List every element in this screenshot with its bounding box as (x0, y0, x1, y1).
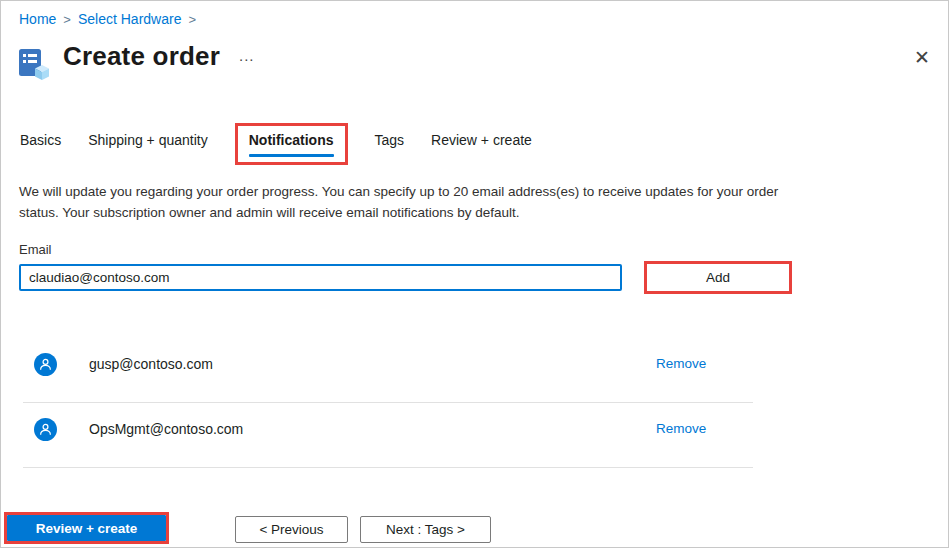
more-options-icon[interactable]: ... (239, 47, 255, 64)
remove-link[interactable]: Remove (656, 421, 706, 436)
active-tab-underline (249, 154, 334, 157)
email-address: OpsMgmt@contoso.com (89, 421, 243, 437)
next-tags-button[interactable]: Next : Tags > (360, 516, 491, 543)
page-title: Create order (63, 41, 220, 72)
tab-basics[interactable]: Basics (20, 123, 61, 148)
breadcrumb-home[interactable]: Home (19, 11, 56, 27)
list-divider (23, 467, 753, 468)
create-order-icon (15, 47, 51, 83)
review-create-button[interactable]: Review + create (7, 515, 166, 541)
user-avatar-icon (34, 418, 57, 441)
breadcrumb-select-hardware[interactable]: Select Hardware (78, 11, 182, 27)
review-create-annotation: Review + create (4, 512, 169, 544)
email-address: gusp@contoso.com (89, 356, 213, 372)
notifications-description: We will update you regarding your order … (19, 181, 797, 223)
close-icon[interactable]: ✕ (908, 45, 936, 71)
breadcrumb: Home>Select Hardware> (19, 11, 203, 27)
add-button-annotation: Add (644, 261, 792, 294)
tab-tags[interactable]: Tags (375, 123, 405, 148)
email-list-item: OpsMgmt@contoso.com Remove (1, 408, 949, 452)
tab-bar: Basics Shipping + quantity Notifications… (20, 123, 532, 165)
email-input[interactable] (19, 264, 622, 291)
previous-button[interactable]: < Previous (235, 516, 348, 543)
create-order-pane: Home>Select Hardware> Create order ... ✕… (0, 0, 949, 548)
tab-notifications-label: Notifications (249, 132, 334, 148)
email-field-label: Email (19, 242, 52, 257)
tab-notifications[interactable]: Notifications (235, 123, 348, 165)
user-avatar-icon (34, 353, 57, 376)
tab-shipping-quantity[interactable]: Shipping + quantity (88, 123, 207, 148)
remove-link[interactable]: Remove (656, 356, 706, 371)
list-divider (23, 402, 753, 403)
breadcrumb-separator-icon: > (188, 12, 196, 27)
breadcrumb-separator-icon: > (63, 12, 71, 27)
email-list-item: gusp@contoso.com Remove (1, 343, 949, 387)
tab-review-create[interactable]: Review + create (431, 123, 532, 148)
add-button[interactable]: Add (647, 264, 789, 291)
